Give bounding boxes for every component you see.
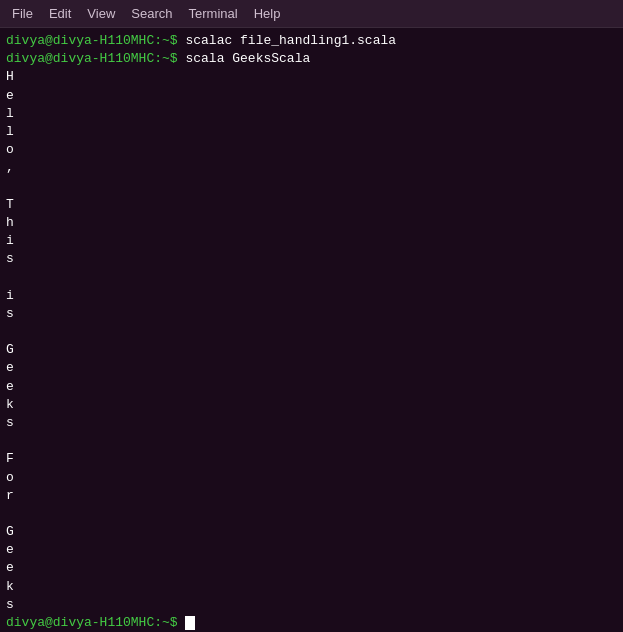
output-24 xyxy=(6,505,617,523)
output-14 xyxy=(6,323,617,341)
output-2: l xyxy=(6,105,617,123)
cursor xyxy=(185,616,195,630)
menubar: File Edit View Search Terminal Help xyxy=(0,0,623,28)
output-28: k xyxy=(6,578,617,596)
final-prompt-line: divya@divya-H110MHC:~$ xyxy=(6,614,617,632)
output-5: , xyxy=(6,159,617,177)
output-21: F xyxy=(6,450,617,468)
output-9: i xyxy=(6,232,617,250)
command-2: scala GeeksScala xyxy=(178,51,311,66)
menu-view[interactable]: View xyxy=(79,4,123,23)
output-13: s xyxy=(6,305,617,323)
output-11 xyxy=(6,268,617,286)
menu-help[interactable]: Help xyxy=(246,4,289,23)
output-1: e xyxy=(6,87,617,105)
output-19: s xyxy=(6,414,617,432)
output-22: o xyxy=(6,469,617,487)
output-0: H xyxy=(6,68,617,86)
output-25: G xyxy=(6,523,617,541)
menu-terminal[interactable]: Terminal xyxy=(181,4,246,23)
output-6 xyxy=(6,178,617,196)
prompt-1: divya@divya-H110MHC:~$ xyxy=(6,33,178,48)
output-20 xyxy=(6,432,617,450)
command-line-1: divya@divya-H110MHC:~$ scalac file_handl… xyxy=(6,32,617,50)
output-26: e xyxy=(6,541,617,559)
menu-file[interactable]: File xyxy=(4,4,41,23)
output-16: e xyxy=(6,359,617,377)
output-15: G xyxy=(6,341,617,359)
output-27: e xyxy=(6,559,617,577)
output-17: e xyxy=(6,378,617,396)
final-space xyxy=(178,615,186,630)
prompt-2: divya@divya-H110MHC:~$ xyxy=(6,51,178,66)
output-29: s xyxy=(6,596,617,614)
output-10: s xyxy=(6,250,617,268)
output-8: h xyxy=(6,214,617,232)
output-18: k xyxy=(6,396,617,414)
output-7: T xyxy=(6,196,617,214)
final-prompt: divya@divya-H110MHC:~$ xyxy=(6,615,178,630)
output-12: i xyxy=(6,287,617,305)
menu-search[interactable]: Search xyxy=(123,4,180,23)
output-4: o xyxy=(6,141,617,159)
output-23: r xyxy=(6,487,617,505)
output-3: l xyxy=(6,123,617,141)
command-line-2: divya@divya-H110MHC:~$ scala GeeksScala xyxy=(6,50,617,68)
menu-edit[interactable]: Edit xyxy=(41,4,79,23)
command-1: scalac file_handling1.scala xyxy=(178,33,396,48)
terminal-area: divya@divya-H110MHC:~$ scalac file_handl… xyxy=(0,28,623,632)
